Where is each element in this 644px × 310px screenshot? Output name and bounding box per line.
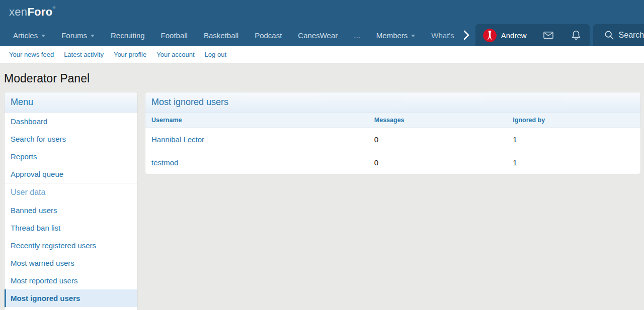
nav-item-members[interactable]: Members: [368, 24, 424, 46]
nav-item-recruiting[interactable]: Recruiting: [103, 24, 153, 46]
table-row: testmod 0 1: [145, 151, 640, 174]
column-header-ignored-by: Ignored by: [507, 113, 640, 128]
alerts-button[interactable]: [562, 24, 590, 46]
messages-count: 0: [368, 151, 507, 174]
nav-item-label: Podcast: [255, 31, 282, 40]
bell-icon: [571, 30, 581, 41]
nav-right-cluster: Andrew: [456, 24, 644, 46]
panel-title: Most ignored users: [145, 92, 640, 113]
column-header-username: Username: [145, 113, 368, 128]
nav-item-caneswear[interactable]: CanesWear: [290, 24, 346, 46]
table-header-row: Username Messages Ignored by: [145, 113, 640, 128]
site-logo[interactable]: xenForo®: [9, 6, 56, 19]
account-subnav: Your news feed Latest activity Your prof…: [0, 46, 644, 63]
nav-item-whats-new[interactable]: What's: [423, 24, 456, 46]
nav-item-football[interactable]: Football: [153, 24, 196, 46]
envelope-icon: [543, 31, 554, 40]
site-header: xenForo® Articles Forums Recruiting Foot…: [0, 0, 644, 46]
nav-item-label: CanesWear: [298, 31, 338, 40]
sidebar-item-most-warned-users[interactable]: Most warned users: [5, 254, 137, 272]
table-row: Hannibal Lector 0 1: [145, 128, 640, 151]
avatar: [483, 29, 497, 42]
nav-item-label: What's: [431, 31, 454, 40]
sidebar-item-reports[interactable]: Reports: [5, 148, 137, 165]
menu-panel-title: Menu: [5, 92, 137, 113]
logged-in-block: Andrew: [475, 24, 590, 46]
page-title: Moderator Panel: [0, 63, 644, 92]
account-menu[interactable]: Andrew: [475, 24, 534, 46]
nav-item-label: Articles: [13, 31, 38, 40]
search-button[interactable]: Search: [593, 24, 644, 46]
nav-item-more[interactable]: ...: [346, 24, 368, 46]
logo-xen: xen: [9, 6, 27, 18]
search-label: Search: [619, 31, 644, 40]
nav-item-label: Basketball: [204, 31, 238, 40]
sidebar-item-recently-registered-users[interactable]: Recently registered users: [5, 237, 137, 254]
nav-item-articles[interactable]: Articles: [5, 24, 53, 46]
nav-item-forums[interactable]: Forums: [53, 24, 103, 46]
chevron-right-icon: [461, 29, 471, 41]
primary-nav: Articles Forums Recruiting Football Bask…: [0, 24, 644, 46]
chevron-down-icon: [41, 35, 45, 37]
sidebar-item-dashboard[interactable]: Dashboard: [5, 113, 137, 130]
subnav-your-account[interactable]: Your account: [151, 51, 199, 58]
subnav-latest-activity[interactable]: Latest activity: [59, 51, 109, 58]
nav-item-label: Recruiting: [111, 31, 145, 40]
subnav-your-profile[interactable]: Your profile: [109, 51, 151, 58]
magnifier-icon: [604, 30, 614, 40]
content-area: Menu Dashboard Search for users Reports …: [0, 92, 644, 310]
logo-row: xenForo®: [0, 0, 644, 24]
ignored-users-table: Username Messages Ignored by Hannibal Le…: [145, 113, 640, 174]
nav-item-basketball[interactable]: Basketball: [196, 24, 247, 46]
subnav-log-out[interactable]: Log out: [200, 51, 231, 58]
nav-item-podcast[interactable]: Podcast: [247, 24, 290, 46]
column-header-messages: Messages: [368, 113, 507, 128]
nav-item-label: Football: [161, 31, 188, 40]
moderator-menu-panel: Menu Dashboard Search for users Reports …: [4, 92, 138, 310]
logo-foro: Foro: [27, 6, 52, 18]
sidebar-item-thread-ban-list[interactable]: Thread ban list: [5, 219, 137, 237]
username-label: Andrew: [501, 31, 527, 40]
most-ignored-users-panel: Most ignored users Username Messages Ign…: [145, 92, 641, 174]
sidebar-item-most-reported-users[interactable]: Most reported users: [5, 272, 137, 289]
logo-trademark: ®: [52, 6, 55, 10]
conversations-button[interactable]: [534, 24, 562, 46]
nav-item-label: Forums: [61, 31, 87, 40]
sidebar-heading-user-data: User data: [5, 183, 137, 201]
nav-overflow-button[interactable]: [456, 24, 475, 46]
messages-count: 0: [368, 128, 507, 151]
username-link[interactable]: Hannibal Lector: [151, 135, 204, 144]
sidebar-item-most-ignored-users[interactable]: Most ignored users: [5, 289, 137, 307]
sidebar-item-approval-queue[interactable]: Approval queue: [5, 165, 137, 183]
chevron-down-icon: [411, 35, 415, 37]
nav-item-label: ...: [354, 31, 360, 40]
menu-list: Dashboard Search for users Reports Appro…: [5, 113, 137, 307]
chevron-down-icon: [91, 35, 95, 37]
subnav-your-news-feed[interactable]: Your news feed: [4, 51, 59, 58]
ignored-by-count: 1: [507, 151, 640, 174]
username-link[interactable]: testmod: [151, 158, 178, 167]
ignored-by-count: 1: [507, 128, 640, 151]
nav-item-label: Members: [376, 31, 408, 40]
sidebar-item-banned-users[interactable]: Banned users: [5, 201, 137, 219]
sidebar-item-search-for-users[interactable]: Search for users: [5, 130, 137, 148]
